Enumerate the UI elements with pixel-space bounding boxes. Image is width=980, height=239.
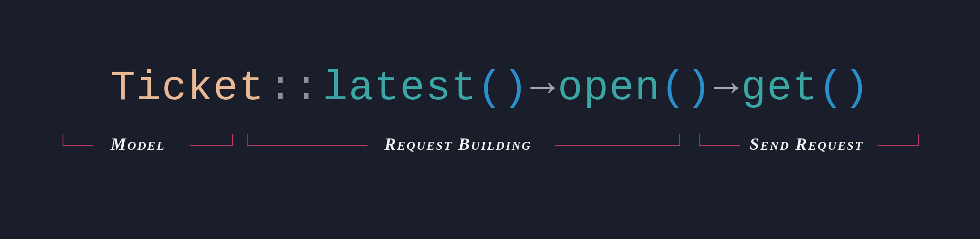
bracket-send-request: Send Request [699, 134, 919, 146]
annotation-brackets: Model Request Building Send Request [0, 134, 980, 186]
annotation-label-send-request: Send Request [742, 134, 871, 154]
arrow-icon: → [714, 65, 740, 112]
arrow-icon: → [530, 65, 556, 112]
bracket-model: Model [63, 134, 233, 146]
code-expression: Ticket::latest()→open()→get() [0, 65, 980, 112]
method-latest-token: latest [323, 65, 477, 112]
model-token: Ticket [110, 65, 265, 112]
parens-token: () [660, 65, 712, 112]
parens-token: () [477, 65, 528, 112]
annotation-label-model: Model [95, 134, 181, 154]
annotation-label-request-building: Request Building [372, 134, 544, 154]
method-get-token: get [741, 65, 818, 112]
scope-operator-token: :: [268, 65, 319, 112]
bracket-request-building: Request Building [247, 134, 680, 146]
parens-token: () [818, 65, 870, 112]
method-open-token: open [558, 65, 660, 112]
